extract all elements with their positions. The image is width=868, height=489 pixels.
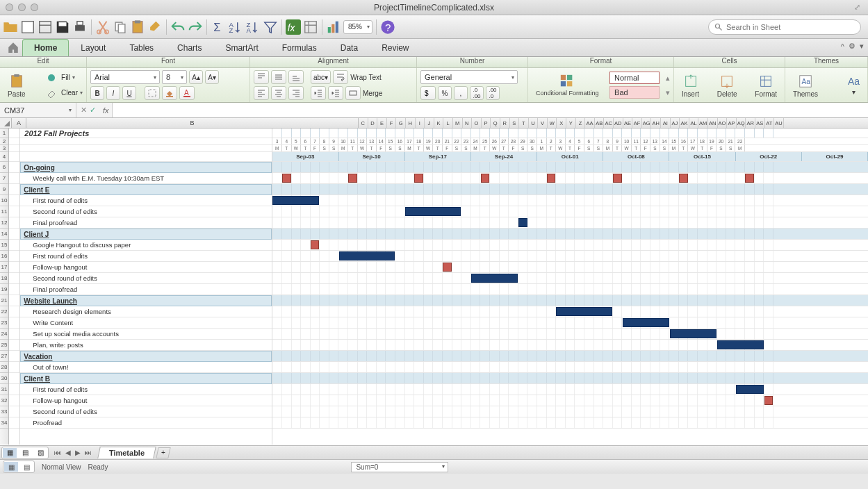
decrease-decimal-button[interactable]: .00.0: [486, 86, 500, 100]
prev-sheet-button[interactable]: ◀: [64, 449, 72, 456]
last-sheet-button[interactable]: ⏭: [83, 449, 93, 456]
cell[interactable]: Client J: [20, 229, 272, 240]
style-bad[interactable]: Bad: [609, 86, 659, 99]
task-block[interactable]: [518, 218, 527, 227]
col-header[interactable]: H: [406, 118, 416, 128]
underline-button[interactable]: U: [122, 86, 136, 100]
cell[interactable]: Final proofread: [20, 284, 272, 295]
cell[interactable]: Second round of edits: [20, 206, 272, 217]
col-header[interactable]: AR: [746, 118, 755, 128]
show-formulas-button[interactable]: [303, 19, 318, 35]
col-header[interactable]: AE: [623, 118, 633, 128]
merge-button[interactable]: [345, 86, 361, 100]
style-up-icon[interactable]: ▴: [666, 74, 670, 83]
col-header[interactable]: L: [443, 118, 453, 128]
row-header[interactable]: 7: [0, 173, 8, 184]
settings-gear-icon[interactable]: ⚙: [849, 42, 855, 51]
col-header[interactable]: AO: [718, 118, 728, 128]
row-header[interactable]: 23: [0, 317, 8, 329]
cell[interactable]: Follow-up hangout: [20, 262, 272, 273]
row-header[interactable]: 4: [0, 152, 8, 162]
save-button[interactable]: [55, 19, 70, 35]
col-header[interactable]: AT: [765, 118, 775, 128]
cell[interactable]: [20, 145, 272, 152]
timeline-row[interactable]: [272, 217, 868, 229]
row-header[interactable]: 28: [0, 362, 8, 373]
col-header[interactable]: E: [377, 118, 387, 128]
timeline-row[interactable]: [272, 317, 868, 329]
row-header[interactable]: 19: [0, 284, 8, 295]
timeline-row[interactable]: MTWTFSSMTWTFSSMTWTFSSMTWTFSSMTWTFSSMTWTF…: [272, 145, 868, 152]
col-header[interactable]: AA: [585, 118, 595, 128]
col-header[interactable]: V: [538, 118, 548, 128]
paste-button[interactable]: [130, 19, 145, 35]
align-center-button[interactable]: [271, 86, 286, 100]
currency-button[interactable]: $: [420, 86, 436, 100]
milestone-block[interactable]: [547, 174, 556, 183]
row-header[interactable]: 31: [0, 384, 8, 395]
cell[interactable]: [20, 138, 272, 145]
zoom-selector[interactable]: 85%: [343, 20, 372, 34]
percent-button[interactable]: %: [438, 86, 452, 100]
cell[interactable]: Website Launch: [20, 295, 272, 306]
name-box[interactable]: CM37 ▾: [0, 103, 76, 117]
row-header[interactable]: 22: [0, 306, 8, 317]
fill-color-icon[interactable]: [44, 71, 59, 85]
task-block[interactable]: [556, 307, 612, 316]
col-header[interactable]: T: [519, 118, 529, 128]
font-size-selector[interactable]: 8: [162, 70, 187, 84]
filter-button[interactable]: [263, 19, 278, 35]
conditional-formatting-button[interactable]: Conditional Formatting: [532, 70, 603, 101]
increase-indent-button[interactable]: [328, 86, 343, 100]
font-name-selector[interactable]: Arial: [90, 70, 160, 84]
row-header[interactable]: 12: [0, 217, 8, 229]
col-header[interactable]: G: [396, 118, 406, 128]
col-header[interactable]: W: [548, 118, 557, 128]
col-header[interactable]: Z: [576, 118, 586, 128]
col-header[interactable]: Q: [491, 118, 500, 128]
milestone-block[interactable]: [311, 240, 320, 249]
timeline-row[interactable]: [272, 251, 868, 262]
undo-button[interactable]: [170, 19, 186, 35]
col-header-B[interactable]: B: [26, 118, 359, 128]
timeline-row[interactable]: [272, 284, 868, 295]
col-header[interactable]: AL: [689, 118, 699, 128]
redo-button[interactable]: [188, 19, 203, 35]
col-header[interactable]: S: [510, 118, 520, 128]
ribbon-tab-charts[interactable]: Charts: [165, 39, 213, 56]
clear-icon[interactable]: [44, 86, 59, 100]
cell[interactable]: Proofread: [20, 417, 272, 429]
col-header[interactable]: AB: [595, 118, 605, 128]
minimize-window-button[interactable]: [18, 3, 26, 11]
italic-button[interactable]: I: [106, 86, 120, 100]
row-header[interactable]: 32: [0, 395, 8, 406]
close-window-button[interactable]: [6, 3, 13, 11]
row-header[interactable]: 10: [0, 195, 8, 206]
row-header[interactable]: 14: [0, 229, 8, 240]
col-header[interactable]: U: [529, 118, 539, 128]
col-header[interactable]: D: [368, 118, 378, 128]
task-block[interactable]: [623, 318, 669, 327]
col-header[interactable]: AQ: [737, 118, 746, 128]
row-header[interactable]: 24: [0, 329, 8, 340]
themes-button[interactable]: AaThemes: [789, 70, 822, 101]
open-button[interactable]: [3, 19, 18, 35]
align-bottom-button[interactable]: [288, 70, 304, 84]
ribbon-tab-formulas[interactable]: Formulas: [270, 39, 329, 56]
page-layout-button[interactable]: ▤: [19, 462, 33, 472]
cancel-icon[interactable]: ✕: [81, 106, 87, 115]
cell[interactable]: Google Hangout to discuss paper: [20, 240, 272, 251]
timeline-row[interactable]: [272, 373, 868, 384]
timeline-row[interactable]: [272, 173, 868, 184]
row-header[interactable]: 17: [0, 262, 8, 273]
cell[interactable]: Client E: [20, 184, 272, 195]
timeline-row[interactable]: [272, 362, 868, 373]
font-color-button[interactable]: A: [179, 86, 195, 100]
col-header[interactable]: AN: [708, 118, 718, 128]
cell[interactable]: Weekly call with E.M. Tuesday 10:30am ES…: [20, 173, 272, 184]
timeline-row[interactable]: [272, 306, 868, 317]
col-header[interactable]: AH: [651, 118, 661, 128]
row-header[interactable]: 27: [0, 351, 8, 362]
row-header[interactable]: 16: [0, 251, 8, 262]
timeline-row[interactable]: [272, 417, 868, 429]
